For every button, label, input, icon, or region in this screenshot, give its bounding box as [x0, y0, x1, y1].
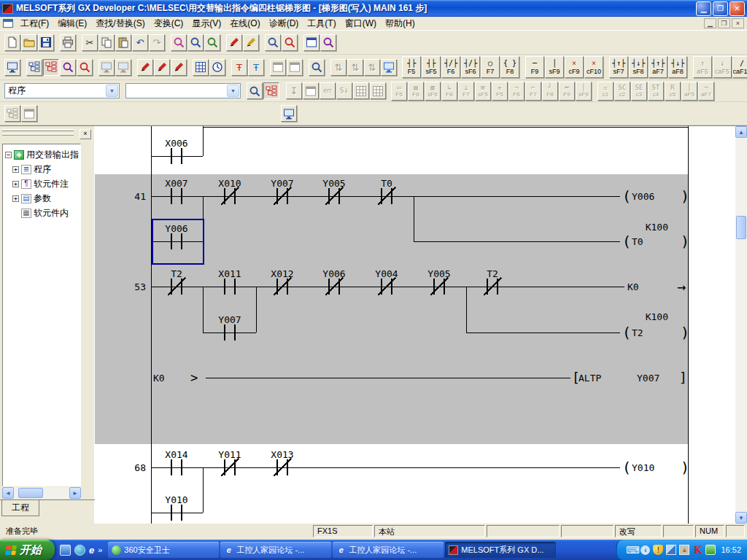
find-replace-button[interactable] — [204, 34, 220, 51]
contact-label-Y005[interactable]: Y005 — [427, 268, 450, 279]
scroll-down-icon[interactable]: ▼ — [735, 512, 747, 524]
menu-online[interactable]: 在线(O) — [225, 17, 264, 31]
new-button[interactable] — [4, 34, 20, 51]
find-device-combo[interactable]: ▼ — [125, 83, 241, 98]
device-batch-button[interactable] — [193, 59, 209, 76]
scroll-thumb[interactable] — [18, 488, 43, 498]
contact-label-T2[interactable]: T2 — [171, 268, 182, 279]
coil-paren[interactable]: ( — [622, 187, 631, 205]
delete-vline-button[interactable]: ×cF10 — [584, 56, 603, 78]
ladder-text[interactable]: ] — [679, 370, 687, 385]
media-player-icon[interactable] — [74, 545, 85, 556]
restore-button[interactable]: ❐ — [713, 1, 728, 16]
contact-label-X011[interactable]: X011 — [218, 268, 241, 279]
expand-icon[interactable]: + — [12, 181, 19, 187]
tree-item-program[interactable]: +≣程序 — [3, 162, 80, 176]
contact-label-Y007[interactable]: Y007 — [218, 314, 241, 325]
scroll-right-icon[interactable]: ► — [69, 487, 81, 499]
contact-label-Y005[interactable]: Y005 — [322, 178, 345, 189]
task-forum-2[interactable]: e工控人家园论坛 -... — [333, 542, 444, 558]
contact-label-T2[interactable]: T2 — [487, 268, 498, 279]
ladder-text[interactable]: 53 — [134, 281, 146, 292]
coil-label-T2[interactable]: T2 — [632, 327, 643, 338]
tab-project[interactable]: 工程 — [1, 500, 39, 516]
delete-line-button[interactable] — [171, 59, 187, 76]
contact-label-X010[interactable]: X010 — [218, 178, 241, 189]
show-desktop-icon[interactable] — [60, 545, 71, 556]
insert-line-button[interactable] — [154, 59, 170, 76]
contact-label-Y010[interactable]: Y010 — [165, 494, 187, 505]
coil-paren[interactable]: ) — [681, 187, 689, 205]
menu-view[interactable]: 显示(V) — [187, 17, 225, 31]
cross-reference-button[interactable] — [265, 34, 281, 51]
project-data-list-button[interactable] — [26, 59, 42, 76]
paste-button[interactable] — [115, 34, 131, 51]
pulse-rise-button[interactable]: ┤↑├sF7 — [609, 56, 628, 78]
task-melsoft[interactable]: MELSOFT系列 GX D... — [445, 542, 556, 558]
project-search-button[interactable] — [320, 34, 336, 51]
coil-label-T0[interactable]: T0 — [632, 236, 643, 247]
menu-tools[interactable]: 工具(T) — [303, 17, 340, 31]
menu-find-replace[interactable]: 查找/替换(S) — [91, 17, 149, 31]
copy-button[interactable] — [98, 34, 115, 51]
comment-display-button[interactable] — [247, 82, 263, 99]
ladder-edit-button[interactable] — [43, 59, 59, 76]
menu-convert[interactable]: 变换(C) — [150, 17, 188, 31]
statement-edit-button[interactable] — [243, 34, 259, 51]
device-use-list-button[interactable] — [282, 34, 298, 51]
task-forum-1[interactable]: e工控人家园论坛 -... — [220, 542, 331, 558]
ladder-text[interactable]: K100 — [646, 222, 668, 233]
scroll-left-icon[interactable]: ◄ — [2, 487, 14, 499]
menu-project[interactable]: 工程(F) — [16, 17, 53, 31]
cut-button[interactable]: ✂ — [82, 34, 98, 51]
coil-label-Y010[interactable]: Y010 — [632, 462, 654, 473]
hide-icons-chevron-icon[interactable]: ‹ — [640, 545, 650, 555]
coil-paren[interactable]: ) — [681, 459, 689, 476]
pulse-fall-branch-button[interactable]: ┤↓├aF8 — [668, 56, 687, 78]
tree-item-device-memory[interactable]: ▦软元件内 — [3, 206, 80, 220]
delete-hline-button[interactable]: ×cF9 — [565, 56, 584, 78]
contact-label-Y007[interactable]: Y007 — [271, 178, 293, 189]
tree-horizontal-scrollbar[interactable]: ◄ ► — [2, 487, 81, 499]
print-button[interactable] — [60, 34, 76, 51]
mdi-close-button[interactable]: × — [732, 18, 744, 28]
mdi-minimize-button[interactable]: ▁ — [704, 18, 716, 28]
open-button[interactable] — [21, 34, 37, 51]
collapse-icon[interactable]: − — [5, 152, 12, 158]
ladder-text[interactable]: 41 — [134, 191, 146, 202]
ladder-text[interactable]: K0 — [153, 373, 165, 384]
list-edit-button[interactable] — [263, 82, 279, 99]
update-alert-icon[interactable]: ▲ — [679, 545, 689, 555]
insert-row-button[interactable]: Ŧ — [231, 59, 247, 76]
coil-paren[interactable]: ( — [622, 324, 631, 341]
quick-launch-overflow-icon[interactable]: » — [98, 545, 102, 554]
contact-label-Y006[interactable]: Y006 — [165, 223, 187, 234]
tree-item-device-comment[interactable]: +¶软元件注 — [3, 176, 80, 191]
contact-label-Y011[interactable]: Y011 — [218, 449, 241, 460]
mdi-restore-button[interactable]: ❐ — [718, 18, 730, 28]
expand-icon[interactable]: + — [12, 166, 19, 173]
contact-label-X014[interactable]: X014 — [165, 449, 187, 460]
panel-close-icon[interactable]: × — [80, 129, 91, 139]
comment-edit-button[interactable] — [226, 34, 242, 51]
start-button[interactable]: 开始 — [0, 540, 55, 560]
entry-monitor-button[interactable] — [209, 59, 225, 76]
undo-button[interactable]: ↶ — [132, 34, 148, 51]
menu-edit[interactable]: 编辑(E) — [53, 17, 91, 31]
menu-diagnostics[interactable]: 诊断(D) — [265, 17, 303, 31]
find-contact-button[interactable] — [60, 59, 76, 76]
coil-paren[interactable]: ( — [622, 459, 631, 476]
security-shield-icon[interactable]: ! — [653, 545, 663, 555]
program-mode-combo[interactable]: 程序 ▼ — [4, 83, 120, 98]
internet-explorer-icon[interactable]: e — [89, 545, 94, 556]
contact-label-X007[interactable]: X007 — [165, 178, 187, 189]
tree-item-parameter[interactable]: +▤参数 — [3, 191, 80, 206]
contact-label-Y004[interactable]: Y004 — [375, 268, 398, 279]
device-monitor-button[interactable] — [381, 59, 397, 76]
keyboard-icon[interactable]: ⌨ — [627, 545, 638, 555]
invert-result-button[interactable]: ∕caF10 — [732, 56, 747, 78]
chevron-down-icon[interactable]: ▼ — [227, 85, 239, 97]
find-device-button[interactable] — [187, 34, 204, 51]
ladder-monitor-button[interactable] — [4, 59, 20, 76]
transfer-setup-button[interactable] — [303, 34, 320, 51]
